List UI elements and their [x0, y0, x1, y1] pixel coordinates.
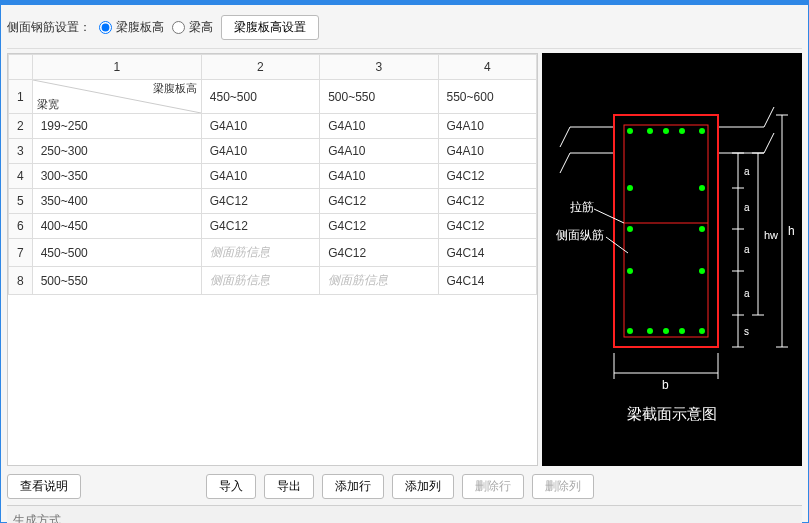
explain-button[interactable]: 查看说明 — [7, 474, 81, 499]
radio-beamheight-label: 梁高 — [189, 19, 213, 36]
diagram-caption: 梁截面示意图 — [627, 405, 717, 422]
col-header-3[interactable]: 3 — [320, 55, 438, 80]
generation-title: 生成方式 — [13, 510, 796, 523]
add-col-button[interactable]: 添加列 — [392, 474, 454, 499]
svg-point-22 — [699, 268, 705, 274]
row-header[interactable]: 7 — [9, 239, 33, 267]
settings-label: 侧面钢筋设置： — [7, 19, 91, 36]
svg-line-28 — [594, 209, 624, 223]
col-header-1[interactable]: 1 — [32, 55, 201, 80]
width-range[interactable]: 300~350 — [32, 164, 201, 189]
table-toolbar: 查看说明 导入 导出 添加行 添加列 删除行 删除列 — [7, 466, 802, 505]
dim-hw: hw — [764, 229, 778, 241]
config-webheight-button[interactable]: 梁腹板高设置 — [221, 15, 319, 40]
svg-line-5 — [560, 127, 570, 147]
rebar-cell[interactable]: G4C14 — [438, 239, 537, 267]
col-header-4[interactable]: 4 — [438, 55, 537, 80]
width-range[interactable]: 500~550 — [32, 267, 201, 295]
rebar-cell[interactable]: G4A10 — [438, 139, 537, 164]
rebar-cell[interactable]: G4A10 — [320, 114, 438, 139]
add-row-button[interactable]: 添加行 — [322, 474, 384, 499]
dim-h: h — [788, 224, 795, 238]
radio-webheight[interactable]: 梁腹板高 — [99, 19, 164, 36]
col-header-2[interactable]: 2 — [201, 55, 319, 80]
label-sidebar: 侧面纵筋 — [556, 228, 604, 242]
svg-point-15 — [679, 128, 685, 134]
width-range[interactable]: 199~250 — [32, 114, 201, 139]
section-diagram: 拉筋 侧面纵筋 b h hw — [542, 53, 802, 466]
svg-text:a: a — [744, 244, 750, 255]
row-header[interactable]: 8 — [9, 267, 33, 295]
rebar-cell[interactable]: G4C12 — [438, 214, 537, 239]
rebar-cell[interactable]: G4C12 — [320, 189, 438, 214]
radio-webheight-label: 梁腹板高 — [116, 19, 164, 36]
svg-line-8 — [764, 133, 774, 153]
rebar-cell[interactable]: G4A10 — [320, 164, 438, 189]
width-range[interactable]: 400~450 — [32, 214, 201, 239]
generation-box: 生成方式 选择图元 选择楼层 覆盖梁跨中手动编辑的侧面原位标注筋 — [7, 505, 802, 523]
rebar-cell[interactable]: G4A10 — [201, 139, 319, 164]
svg-line-29 — [606, 237, 628, 253]
svg-point-25 — [663, 328, 669, 334]
rebar-cell[interactable]: G4A10 — [201, 164, 319, 189]
del-row-button[interactable]: 删除行 — [462, 474, 524, 499]
rebar-cell[interactable]: G4A10 — [320, 139, 438, 164]
row-header[interactable]: 4 — [9, 164, 33, 189]
svg-line-6 — [560, 153, 570, 173]
radio-beamheight[interactable]: 梁高 — [172, 19, 213, 36]
svg-point-12 — [627, 128, 633, 134]
rebar-cell[interactable]: G4A10 — [438, 114, 537, 139]
rebar-cell[interactable]: G4A10 — [201, 114, 319, 139]
rebar-cell[interactable]: G4C12 — [438, 189, 537, 214]
rebar-cell[interactable]: 侧面筋信息 — [201, 267, 319, 295]
del-col-button[interactable]: 删除列 — [532, 474, 594, 499]
row-header[interactable]: 1 — [9, 80, 33, 114]
rebar-cell[interactable]: G4C12 — [438, 164, 537, 189]
radio-beamheight-input[interactable] — [172, 21, 185, 34]
svg-text:a: a — [744, 166, 750, 177]
corner-cell: 梁腹板高梁宽 — [32, 80, 201, 114]
settings-row: 侧面钢筋设置： 梁腹板高 梁高 梁腹板高设置 — [7, 11, 802, 49]
rebar-cell[interactable]: 侧面筋信息 — [320, 267, 438, 295]
rebar-cell[interactable]: G4C12 — [320, 239, 438, 267]
svg-point-21 — [627, 268, 633, 274]
row-header[interactable]: 3 — [9, 139, 33, 164]
svg-point-16 — [699, 128, 705, 134]
export-button[interactable]: 导出 — [264, 474, 314, 499]
svg-point-23 — [627, 328, 633, 334]
svg-point-27 — [699, 328, 705, 334]
svg-point-20 — [699, 226, 705, 232]
rebar-cell[interactable]: G4C14 — [438, 267, 537, 295]
rebar-table-wrap[interactable]: 1 2 3 4 1梁腹板高梁宽450~500500~550550~6002199… — [7, 53, 538, 466]
range-header[interactable]: 450~500 — [201, 80, 319, 114]
svg-point-24 — [647, 328, 653, 334]
svg-line-7 — [764, 107, 774, 127]
rebar-cell[interactable]: G4C12 — [201, 214, 319, 239]
width-range[interactable]: 350~400 — [32, 189, 201, 214]
svg-point-19 — [627, 226, 633, 232]
rebar-cell[interactable]: 侧面筋信息 — [201, 239, 319, 267]
col-header-blank — [9, 55, 33, 80]
label-tie: 拉筋 — [570, 200, 594, 214]
svg-point-13 — [647, 128, 653, 134]
svg-point-17 — [627, 185, 633, 191]
import-button[interactable]: 导入 — [206, 474, 256, 499]
svg-point-14 — [663, 128, 669, 134]
width-range[interactable]: 250~300 — [32, 139, 201, 164]
rebar-cell[interactable]: G4C12 — [320, 214, 438, 239]
svg-point-26 — [679, 328, 685, 334]
svg-text:a: a — [744, 202, 750, 213]
range-header[interactable]: 500~550 — [320, 80, 438, 114]
svg-text:s: s — [744, 326, 749, 337]
rebar-table: 1 2 3 4 1梁腹板高梁宽450~500500~550550~6002199… — [8, 54, 537, 295]
rebar-cell[interactable]: G4C12 — [201, 189, 319, 214]
row-header[interactable]: 2 — [9, 114, 33, 139]
row-header[interactable]: 6 — [9, 214, 33, 239]
radio-webheight-input[interactable] — [99, 21, 112, 34]
range-header[interactable]: 550~600 — [438, 80, 537, 114]
svg-text:a: a — [744, 288, 750, 299]
dim-b: b — [662, 378, 669, 392]
width-range[interactable]: 450~500 — [32, 239, 201, 267]
row-header[interactable]: 5 — [9, 189, 33, 214]
svg-rect-10 — [624, 125, 708, 337]
